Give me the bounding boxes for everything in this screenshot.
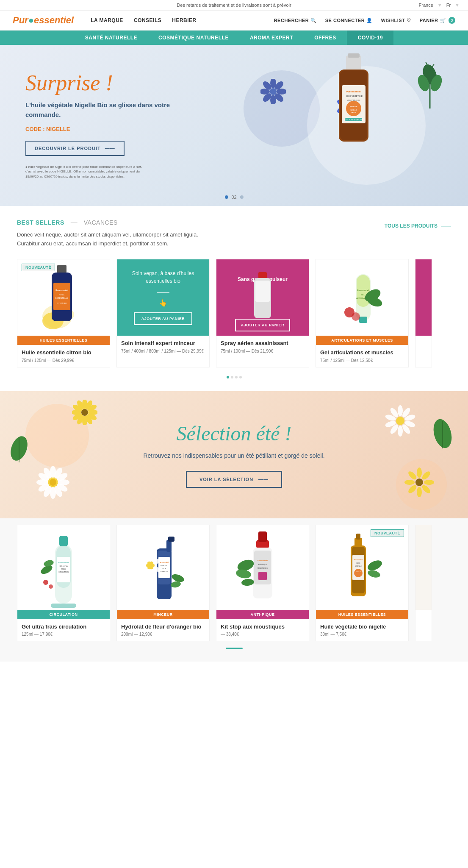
announcement-bar: Des retards de traitement et de livraiso… [0, 0, 468, 11]
tab-best-sellers[interactable]: BEST SELLERS [17, 219, 64, 226]
svg-point-24 [346, 101, 361, 116]
summer-content: Sélection été ! Retrouvez nos indispensa… [143, 422, 324, 488]
daisy-2 [383, 404, 417, 438]
svg-text:Puressentiel: Puressentiel [258, 559, 268, 562]
product-card-p2-2: Puressentiel HYDROLAT FLEUR D'ORANGER [116, 525, 210, 641]
cat-covid[interactable]: COVID-19 [347, 31, 393, 45]
main-nav: LA MARQUE CONSEILS HERBIER [91, 17, 274, 23]
svg-point-102 [417, 487, 422, 497]
nav-herbier[interactable]: HERBIER [172, 17, 197, 23]
wishlist-action[interactable]: WISHLIST ♡ [381, 18, 411, 23]
svg-text:GEL ULTRA: GEL ULTRA [59, 565, 68, 567]
hero-content: Surprise ! L'huile végétale Nigelle Bio … [25, 72, 174, 179]
svg-point-147 [241, 579, 254, 587]
hero-title: Surprise ! [25, 72, 174, 94]
product-name-4: Gel articulations et muscles [320, 349, 404, 356]
search-action[interactable]: RECHERCHER 🔍 [274, 18, 317, 23]
cat-aroma[interactable]: AROMA EXPERT [239, 31, 304, 45]
logo[interactable]: Pur●essentiel [13, 15, 74, 26]
hero-code: CODE : NIGELLE [25, 126, 174, 132]
sdot-3[interactable] [235, 376, 238, 378]
sdot-2[interactable] [231, 376, 233, 378]
svg-point-104 [404, 480, 415, 485]
svg-text:SATIVA: SATIVA [351, 112, 357, 114]
dot-1[interactable] [224, 195, 228, 199]
hero-btn-label: DÉCOUVRIR LE PRODUIT [35, 146, 101, 151]
product-card-5-partial [415, 259, 432, 368]
section-desc: Donec velit neque, auctor sit amet aliqu… [17, 231, 208, 248]
hero-dots: 02 [224, 195, 243, 200]
product-details-2: 75ml / 400ml / 800ml / 125ml — Dès 29,99… [121, 349, 205, 353]
all-products-label: TOUS LES PRODUITS [385, 223, 438, 229]
svg-text:NIGELLE: NIGELLE [356, 571, 361, 573]
product-image-p2-2: Puressentiel HYDROLAT FLEUR D'ORANGER [117, 525, 209, 610]
svg-text:CIRCULATION: CIRCULATION [58, 571, 69, 573]
cat-cosmetique[interactable]: COSMÉTIQUE NATURELLE [148, 31, 239, 45]
cat-offres[interactable]: OFFRES [304, 31, 347, 45]
svg-rect-48 [255, 281, 270, 302]
product-image-p2-4: Puressentiel HUILE VÉGÉTALE NIGELLE BIO [316, 525, 408, 610]
svg-point-120 [43, 559, 55, 568]
product-card-3: Sans gaz propulseur AJOUTER AU PANIER Sp… [216, 259, 309, 368]
all-products-link[interactable]: TOUS LES PRODUITS —— [385, 223, 451, 229]
dot-2[interactable] [240, 195, 244, 199]
badge-nouveau-p2-4: NOUVEAUTÉ [371, 529, 404, 537]
best-sellers-section: BEST SELLERS — VACANCES Donec velit nequ… [0, 206, 468, 383]
france-selector[interactable]: France [419, 3, 433, 8]
nav-conseils[interactable]: CONSEILS [134, 17, 161, 23]
svg-text:Puressentiel: Puressentiel [58, 562, 69, 564]
svg-text:BIO: BIO [357, 574, 359, 576]
daisy-1 [34, 463, 72, 501]
leaf-deco-2 [8, 434, 30, 463]
add-to-cart-btn-3[interactable]: AJOUTER AU PANIER [235, 319, 291, 331]
cart-icon: 🛒 [440, 18, 446, 23]
svg-text:Puressentiel: Puressentiel [159, 561, 169, 563]
person-icon: 👤 [366, 18, 373, 23]
svg-point-101 [421, 484, 432, 495]
svg-text:Puressentiel: Puressentiel [346, 90, 361, 93]
product-details-p2-4: 30ml — 7,50€ [320, 632, 404, 637]
cart-label: PANIER [420, 18, 438, 23]
svg-point-98 [417, 467, 422, 478]
divider-line [157, 292, 169, 293]
product-name-p2-1: Gel ultra frais circulation [22, 623, 105, 630]
product-name-p2-3: Kit stop aux moustiques [221, 623, 305, 630]
login-label: SE CONNECTER [325, 18, 365, 23]
summer-cta-button[interactable]: VOIR LA SÉLECTION —— [186, 471, 282, 488]
product-image-p2-3: Puressentiel ANTI-PIQUE MOUSTIQUES [216, 525, 309, 610]
tab-vacances[interactable]: VACANCES [84, 219, 118, 226]
svg-rect-39 [57, 265, 66, 273]
category-bar-1: HUILES ESSENTIELLES [17, 336, 110, 345]
bottle-nigelle: Puressentiel HUILE VÉGÉTALE NIGELLE BIO [337, 527, 388, 608]
add-to-cart-btn-2[interactable]: AJOUTER AU PANIER [134, 312, 193, 325]
svg-point-122 [49, 584, 53, 589]
product-info-p2-3: Kit stop aux moustiques — 38,40€ [216, 619, 309, 641]
sdot-1[interactable] [227, 376, 229, 378]
cat-bar-minceur: MINCEUR [117, 610, 209, 619]
product-info-3: Spray aérien assainissant 75ml / 100ml —… [216, 336, 309, 358]
svg-point-133 [148, 554, 152, 562]
category-nav: SANTÉ NATURELLE COSMÉTIQUE NATURELLE ARO… [0, 31, 468, 45]
category-bar-4: ARTICULATIONS ET MUSCLES [316, 336, 408, 345]
hero-discover-button[interactable]: DÉCOUVRIR LE PRODUIT —— [25, 141, 125, 156]
cat-sante[interactable]: SANTÉ NATURELLE [75, 31, 148, 45]
svg-point-121 [43, 580, 48, 585]
svg-rect-142 [258, 531, 267, 542]
svg-rect-46 [258, 272, 267, 278]
summer-title: Sélection été ! [143, 422, 324, 445]
hero-fine-print: 1 huile végétale de Nigelle Bio offerte … [25, 164, 144, 179]
product-card-4: Puressentiel GEL ARTICULATIONS ARTICULAT… [316, 259, 409, 368]
fr-selector[interactable]: Fr [446, 3, 451, 8]
login-action[interactable]: SE CONNECTER 👤 [325, 18, 373, 23]
product-info-4: Gel articulations et muscles 75ml / 125m… [316, 345, 408, 367]
sdot-4[interactable] [239, 376, 242, 378]
plant-deco [413, 58, 447, 108]
lang-divider: ▼ [438, 3, 442, 8]
svg-point-0 [270, 88, 277, 95]
progress-bar [226, 648, 243, 649]
svg-rect-126 [168, 537, 174, 542]
nav-la-marque[interactable]: LA MARQUE [91, 17, 123, 23]
products-row-2: Puressentiel GEL ULTRA FRAIS CIRCULATION… [17, 525, 451, 641]
svg-text:ANTI-PIQUE: ANTI-PIQUE [258, 564, 267, 565]
cart-action[interactable]: PANIER 🛒 3 [420, 17, 455, 24]
